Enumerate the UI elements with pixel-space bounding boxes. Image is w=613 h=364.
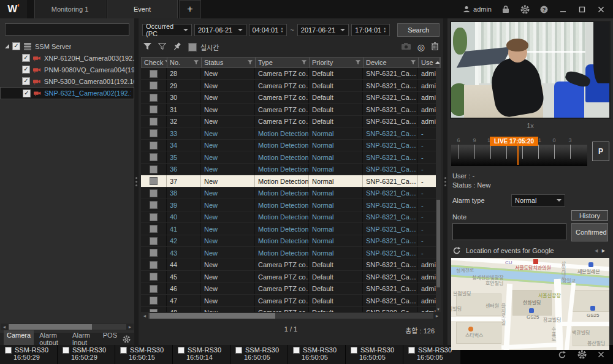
tree-hscrollbar[interactable]: ◄ ► [1,324,134,330]
settings-gear-icon[interactable] [577,350,587,359]
row-checkbox[interactable] [150,105,158,113]
event-table-row[interactable]: 35 New Motion Detection Normal SNP-6321_… [141,151,441,164]
snapshot-camera-icon[interactable] [402,43,411,51]
event-table-row[interactable]: 46 New Camera PTZ co… Default SNP-6321_C… [141,283,441,295]
note-input[interactable] [452,223,566,240]
tree-checkbox[interactable] [12,42,20,50]
event-table-row[interactable]: 31 New Camera PTZ co… Default SNP-6321_C… [141,104,441,116]
pin-icon[interactable] [173,42,181,52]
scroll-track[interactable] [8,324,126,330]
event-table-row[interactable]: 28 New Camera PTZ co… Default SNP-6321_C… [141,68,441,80]
column-header-device[interactable]: Device [364,58,419,67]
history-button[interactable]: History [571,210,608,221]
event-table-row[interactable]: 38 New Motion Detection Normal SNP-6321_… [141,188,441,200]
scroll-left-icon[interactable]: ◄ [1,325,8,329]
event-table-row[interactable]: 29 New Camera PTZ co… Default SNP-6321_C… [141,80,441,92]
map-prev-icon[interactable]: ◄ [593,248,601,254]
row-checkbox[interactable] [150,237,158,245]
minimize-button[interactable] [558,4,568,14]
expand-arrow-icon[interactable] [5,44,9,48]
event-table-row[interactable]: 30 New Camera PTZ co… Default SNP-6321_C… [141,92,441,104]
add-tab-button[interactable]: + [179,0,201,18]
scroll-track[interactable] [148,313,433,319]
row-checkbox[interactable] [150,213,158,221]
row-checkbox[interactable] [150,273,158,281]
time-to-input[interactable]: 17:04:01▲▼ [351,24,390,36]
event-table-row[interactable]: 36 New Motion Detection Normal SNP-6321_… [141,164,441,176]
tree-item-camera[interactable]: SNP-6321_Camera002(192.168. [0,87,134,99]
row-checkbox[interactable] [150,129,158,137]
vscroll-thumb[interactable] [436,200,440,287]
row-checkbox[interactable] [150,118,158,126]
event-table-row[interactable]: 44 New Camera PTZ co… Default SNP-6321_C… [141,259,441,271]
tree-search-input[interactable] [5,23,129,36]
table-vscrollbar[interactable]: ▼ [436,68,441,312]
help-icon[interactable]: ? [539,4,549,14]
column-filter-icon[interactable] [356,60,360,65]
event-status-tile[interactable]: SSM-RS30 16:50:05 [230,345,287,364]
event-status-tile[interactable]: SSM-RS30 16:50:29 [58,345,115,364]
column-filter-icon[interactable] [194,60,199,65]
row-checkbox[interactable] [150,297,158,305]
column-header-no-[interactable]: No. [167,58,202,67]
row-checkbox[interactable] [150,177,158,185]
event-table-row[interactable]: 40 New Motion Detection Normal SNP-6321_… [141,211,441,224]
event-table-row[interactable]: 48 New Camera PTZ co… Default SNP-5300_C… [141,307,441,312]
column-header-check[interactable]: Check [142,58,167,67]
settings-gear-icon[interactable] [520,4,530,14]
tree-item-camera[interactable]: SNP-5300_Camera001(192.168. [0,75,134,87]
tab-event[interactable]: Event [107,0,178,18]
sort-asc-icon[interactable] [435,59,440,64]
column-header-use[interactable]: Use [419,58,440,67]
row-checkbox[interactable] [150,225,158,233]
close-icon[interactable] [598,351,604,358]
tree-checkbox[interactable] [22,66,30,74]
tree-item-camera[interactable]: XNP-6120H_Camera003(192.16 [0,52,134,64]
date-to-select[interactable]: 2017-06-21 [297,24,349,36]
row-checkbox[interactable] [150,201,158,209]
row-checkbox[interactable] [150,249,158,257]
live-video-tile[interactable] [450,21,611,119]
event-table-row[interactable]: 47 New Camera PTZ co… Default SNP-6321_C… [141,295,441,307]
resource-settings-gear-icon[interactable] [123,335,131,343]
event-table-row[interactable]: 41 New Motion Detection Normal SNP-6321_… [141,223,441,235]
event-table-row[interactable]: 42 New Motion Detection Normal SNP-6321_… [141,235,441,248]
scroll-right-icon[interactable]: ► [126,325,134,329]
filter-outline-icon[interactable] [158,43,166,51]
event-status-tile[interactable]: SSM-RS30 16:50:14 [173,345,230,364]
event-table-row[interactable]: 32 New Camera PTZ co… Default SNP-6321_C… [141,116,441,128]
date-from-select[interactable]: 2017-06-21 [194,24,246,36]
time-from-input[interactable]: 04:04:01▲▼ [249,24,287,36]
table-hscrollbar[interactable]: ◄ ► [141,313,441,319]
tree-checkbox[interactable] [22,77,30,85]
event-table-row[interactable]: 39 New Motion Detection Normal SNP-6321_… [141,199,441,211]
scroll-thumb[interactable] [9,324,92,330]
lock-icon[interactable] [501,4,511,14]
row-checkbox[interactable] [150,165,158,173]
occurred-filter-select[interactable]: Occurred (PC [142,24,192,36]
refresh-icon[interactable] [452,246,461,255]
event-status-tile[interactable]: SSM-RS30 16:50:05 [346,345,403,364]
event-status-tile[interactable]: SSM-RS30 16:50:05 [288,345,345,364]
realtime-checkbox[interactable] [188,43,197,51]
event-table-row[interactable]: 43 New Motion Detection Normal SNP-6321_… [141,247,441,259]
tree-checkbox[interactable] [22,54,30,62]
column-header-type[interactable]: Type [256,58,310,67]
row-checkbox[interactable] [150,142,158,150]
row-checkbox[interactable] [150,94,158,102]
refresh-icon[interactable] [558,351,566,359]
row-checkbox[interactable] [150,189,158,197]
tree-item-camera[interactable]: PNM-9080VQ_Camera004(192. [0,64,134,75]
maximize-button[interactable] [577,4,587,14]
event-table-row[interactable]: 45 New Camera PTZ co… Default SNP-6321_C… [141,271,441,283]
event-table-row[interactable]: 33 New Motion Detection Normal SNP-6321_… [141,127,441,140]
tree-item-server[interactable]: SSM Server [0,40,134,52]
google-map[interactable]: 청계천로청계천한빛광장호안빌딩CU서울도담치과의원상일교삼일대로세븐일레븐본점빌… [451,258,609,350]
column-header-priority[interactable]: Priority [310,58,364,67]
delete-trash-icon[interactable] [432,42,438,51]
panel-splitter[interactable] [443,18,447,345]
vscroll-down-icon[interactable]: ▼ [436,308,441,311]
record-icon[interactable]: ◎ [417,42,425,52]
scroll-thumb[interactable] [150,313,275,319]
row-checkbox[interactable] [150,70,158,78]
